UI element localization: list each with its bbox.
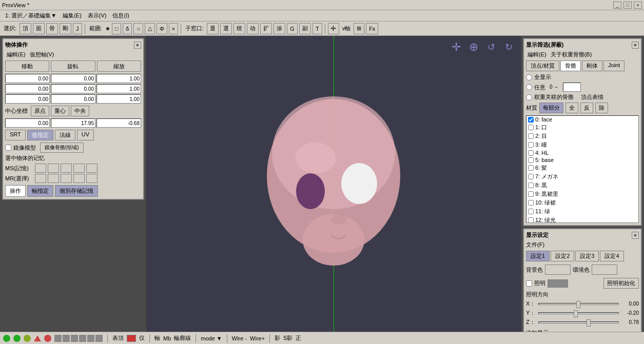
mat-cb-12[interactable]	[528, 217, 534, 223]
settings-tab-1[interactable]: 設定1	[526, 251, 550, 261]
filter-tab-rigid[interactable]: 刚体	[582, 60, 602, 71]
mat-cb-5[interactable]	[528, 157, 534, 163]
mode-bone[interactable]: 骨	[46, 23, 58, 34]
num-r3c2[interactable]	[51, 94, 95, 104]
z-slider-thumb[interactable]	[587, 319, 591, 327]
mat-item-10[interactable]: 10: 绿裙	[526, 198, 638, 207]
lighting-checkbox[interactable]	[526, 280, 532, 287]
mat-item-6[interactable]: 6: 髪	[526, 164, 638, 172]
nav-refresh-icon[interactable]: ↻	[501, 40, 516, 54]
mr-btn-2[interactable]	[48, 174, 59, 183]
settings-tab-3[interactable]: 設定3	[575, 251, 599, 261]
settings-tab-2[interactable]: 設定2	[551, 251, 574, 261]
mode-vertex[interactable]: 頂	[19, 23, 31, 34]
mat-item-0[interactable]: 0: face	[526, 116, 638, 123]
y-slider-thumb[interactable]	[574, 310, 578, 317]
material-each-btn[interactable]: 每部分	[539, 103, 563, 113]
wireplus-label[interactable]: Wire+	[250, 335, 265, 341]
srt-tab-uv[interactable]: UV	[77, 130, 94, 140]
range-circle[interactable]: ○	[133, 23, 143, 34]
mat-cb-2[interactable]	[528, 133, 534, 139]
mb-label[interactable]: Mb	[163, 335, 171, 341]
mat-item-9[interactable]: 9: 黒裙里	[526, 190, 638, 198]
x-slider-track[interactable]	[538, 303, 619, 305]
settings-file-menu[interactable]: 文件(F)	[526, 241, 639, 249]
mr-btn-4[interactable]	[73, 174, 85, 183]
range-cross[interactable]: ×	[169, 23, 178, 34]
num-r2c3[interactable]	[96, 84, 141, 93]
srt-tab-normal[interactable]: 法線	[55, 130, 75, 140]
nav-rotate-icon[interactable]: ⊕	[466, 40, 481, 54]
mat-item-11[interactable]: 11: 绿	[526, 207, 638, 216]
mirror-model-checkbox[interactable]	[5, 145, 11, 151]
mat-item-12[interactable]: 12: 绿光	[526, 216, 638, 223]
axis-label[interactable]: 軸	[154, 334, 160, 342]
mat-item-1[interactable]: 1: 口	[526, 123, 638, 132]
ms-btn-4[interactable]	[73, 164, 85, 173]
mat-cb-3[interactable]	[528, 142, 534, 148]
num-r3c1[interactable]	[5, 94, 50, 104]
mat-cb-10[interactable]	[528, 200, 534, 206]
ms-btn-5[interactable]	[86, 164, 97, 173]
x-slider-thumb[interactable]	[576, 301, 580, 308]
scale-btn[interactable]: 縮放	[97, 60, 141, 72]
num-r2c1[interactable]	[5, 84, 50, 93]
radio-all[interactable]	[526, 74, 532, 80]
lighting-init-btn[interactable]: 照明初始化	[603, 278, 639, 289]
range-triangle[interactable]: △	[145, 23, 155, 34]
sub-expand[interactable]: 扩	[260, 23, 272, 34]
hyou-label[interactable]: 表頂	[112, 334, 124, 342]
mat-item-2[interactable]: 2: 目	[526, 132, 638, 140]
settings-tab-4[interactable]: 設定4	[600, 251, 623, 261]
range-phi[interactable]: Φ	[157, 23, 167, 34]
filter-tab-vertex[interactable]: 頂点/材質	[526, 60, 559, 71]
tab-axis[interactable]: 軸指定	[27, 185, 53, 197]
mat-cb-1[interactable]	[528, 125, 534, 130]
mode-rigid[interactable]: 剛	[60, 23, 71, 34]
correct-label[interactable]: 正	[296, 334, 301, 342]
mat-item-4[interactable]: 4: HL	[526, 149, 638, 156]
menu-view[interactable]: 表示(V)	[85, 11, 110, 21]
filter-menu-bone[interactable]: 关于权重骨骼(B)	[549, 51, 594, 58]
hyou-color-box[interactable]	[127, 335, 136, 342]
z-slider-track[interactable]	[538, 321, 619, 323]
crosshair-icon[interactable]: ✛	[328, 23, 339, 34]
status-icon-4[interactable]	[44, 335, 51, 342]
ms-btn-3[interactable]	[61, 164, 72, 173]
mr-btn-1[interactable]	[35, 174, 46, 183]
origin-btn[interactable]: 原点	[31, 106, 49, 116]
mode-label[interactable]: mode ▼	[201, 335, 222, 341]
sub-move[interactable]: 动	[247, 23, 259, 34]
sshadow-label[interactable]: S影	[283, 334, 292, 342]
num-r1c3[interactable]	[96, 74, 141, 83]
filter-tab-joint[interactable]: Joint	[603, 60, 625, 71]
panel-menu-axis[interactable]: 仮想軸(V)	[28, 51, 56, 58]
num-r1c1[interactable]	[5, 74, 50, 83]
tab-store[interactable]: 個別存储記憶	[55, 185, 98, 197]
material-inv-btn[interactable]: 反	[580, 103, 593, 113]
center-z[interactable]	[96, 118, 141, 128]
panel-menu-edit[interactable]: 編輯(E)	[5, 51, 27, 58]
rotate-btn[interactable]: 旋転	[51, 60, 95, 72]
mat-item-7[interactable]: 7: メガネ	[526, 172, 638, 181]
mat-cb-11[interactable]	[528, 209, 534, 214]
mat-cb-8[interactable]	[528, 183, 534, 188]
num-r3c3[interactable]	[96, 94, 141, 104]
mat-cb-7[interactable]	[528, 174, 534, 179]
center-y[interactable]	[51, 118, 95, 128]
ms-btn-1[interactable]	[35, 164, 46, 173]
maximize-button[interactable]: □	[623, 2, 632, 9]
material-remove-btn[interactable]: 除	[595, 103, 608, 113]
center-btn[interactable]: 中央	[71, 106, 89, 116]
shadow-label[interactable]: 影	[275, 334, 280, 342]
sub-rotate[interactable]: 绞	[233, 23, 245, 34]
srt-tab-srt[interactable]: SRT	[5, 130, 26, 140]
mat-cb-4[interactable]	[528, 150, 534, 156]
wire-label[interactable]: Wire -	[232, 335, 247, 341]
display-filter-close[interactable]: ×	[632, 42, 639, 49]
env-color-swatch[interactable]	[592, 265, 617, 275]
range-delta[interactable]: δ	[123, 23, 132, 34]
menu-edit[interactable]: 編集(E)	[60, 11, 85, 21]
bg-color-swatch[interactable]	[545, 265, 571, 275]
mode-joint[interactable]: J	[73, 23, 82, 34]
